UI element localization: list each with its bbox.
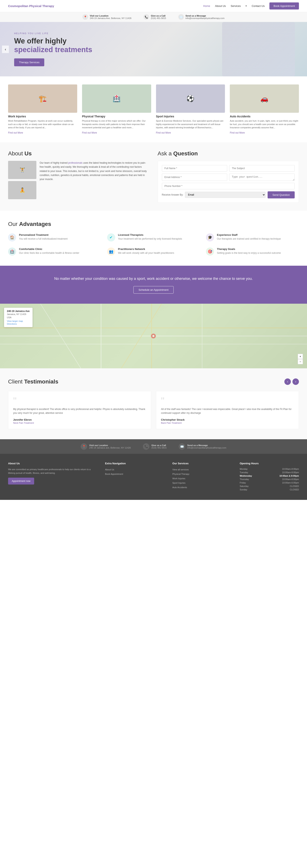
list-item: Physical Therapy [173, 472, 232, 475]
testimonial-1-treatment: Neck Pain Treatment [13, 422, 146, 424]
physical-therapy-link[interactable]: Find out More [82, 131, 97, 134]
therapy-services-button[interactable]: Therapy Services [14, 58, 44, 66]
work-injuries-image: 🏗️ [8, 85, 77, 113]
personalized-icon: 🏠 [8, 234, 16, 242]
email-input[interactable] [162, 174, 227, 181]
footer-location-icon: 📍 [81, 443, 87, 450]
nav-contact[interactable]: Contact Us [252, 4, 265, 7]
receive-answer-select[interactable]: Email Phone [185, 192, 266, 198]
nav-services[interactable]: Services [231, 4, 241, 7]
about-question-section: About Us 🏋️ 🧘 Our team of highly trained… [0, 142, 307, 211]
book-appointment-button[interactable]: Book Appointment [269, 2, 299, 9]
footer-services-list: View all services Physical Therapy Work … [173, 468, 232, 489]
contact-location-title: Visit our Location [90, 14, 131, 17]
question-textarea[interactable] [229, 174, 295, 181]
footer-main: About Us We are committed as primary hea… [0, 454, 307, 500]
hero-section: ‹ HELPING YOU LIVE LIFE We offer highly … [0, 22, 307, 76]
network-icon: 👥 [107, 248, 115, 256]
work-injuries-title: Work Injuries [8, 115, 77, 118]
email-icon: ✉️ [178, 14, 184, 20]
advantages-heading: Our Advantages [8, 221, 299, 227]
footer-hours-title: Opening Hours [240, 462, 299, 465]
auto-accidents-link[interactable]: Find out More [230, 131, 245, 134]
service-sport-injuries: ⚽ Sport Injuries Sport & Exercise Medici… [156, 85, 225, 134]
footer-email: ✉️ Send us a Message info@cosmopolitanph… [179, 443, 226, 450]
footer-physical-therapy-link[interactable]: Physical Therapy [173, 473, 189, 475]
nav-home[interactable]: Home [203, 4, 210, 7]
nav-about[interactable]: About Us [215, 4, 226, 7]
testimonial-2: " All of the staff was fantastic! The ca… [156, 391, 299, 429]
subject-input[interactable] [229, 165, 295, 172]
personalized-title: Personalized Treatment [19, 234, 67, 237]
advantages-grid: 🏠 Personalized Treatment You will receiv… [8, 234, 299, 256]
service-physical-therapy: 🏥 Physical Therapy Physical therapy is o… [82, 85, 151, 134]
phone-input[interactable] [162, 183, 295, 189]
footer-extra-nav-list: About Us Book Appointment [105, 468, 164, 475]
experience-title: Experience Staff [217, 234, 281, 237]
auto-accidents-desc: Auto accident, you are hurt. In pain, ti… [230, 119, 299, 129]
hero-label: HELPING YOU LIVE LIFE [14, 32, 293, 35]
footer-all-services-link[interactable]: View all services [173, 468, 189, 471]
advantage-goals: 🎯 Therapy Goals Setting goals is the bes… [206, 248, 299, 256]
brand-logo[interactable]: Cosmopolitan Physical Therapy [8, 4, 54, 8]
quote-mark-2: " [161, 396, 294, 406]
testimonial-2-quote: All of the staff was fantastic! The care… [161, 407, 294, 415]
location-icon: 📍 [83, 14, 88, 20]
map-directions-link[interactable]: Directions [7, 323, 30, 325]
map-zoom-controls: + − [298, 354, 303, 364]
about-us: About Us 🏋️ 🧘 Our team of highly trained… [8, 150, 150, 203]
physical-therapy-image: 🏥 [82, 85, 151, 113]
footer-about-col: About Us We are committed as primary hea… [8, 462, 97, 492]
footer-book-link[interactable]: Book Appointment [105, 473, 123, 475]
footer-location-detail: 240-19 Jamaica ave, Bellerose, NY 11426 [89, 446, 131, 449]
footer-about-title: About Us [8, 462, 97, 465]
about-content: 🏋️ 🧘 Our team of highly trained professi… [8, 161, 150, 199]
footer-about-link[interactable]: About Us [105, 468, 114, 471]
physical-therapy-desc: Physical therapy is one of the major ser… [82, 119, 151, 129]
contact-bar: 📍 Visit our Location 240-19 Jamaica Ave.… [0, 12, 307, 22]
top-nav: Cosmopolitan Physical Therapy Home About… [0, 0, 307, 12]
testimonial-1: " My physical therapist is excellent! Th… [8, 391, 151, 429]
hero-prev-arrow[interactable]: ‹ [2, 45, 9, 53]
sport-injuries-link[interactable]: Find out More [156, 131, 171, 134]
footer-services-title: Our Services [173, 462, 232, 465]
contact-email-title: Send us a Message [186, 14, 224, 17]
footer-phone-detail: (516) 491-5815 [151, 446, 166, 449]
footer-auto-accidents-link[interactable]: Auto Accidents [173, 486, 187, 489]
send-question-button[interactable]: Send Question [268, 191, 295, 198]
footer-email-icon: ✉️ [179, 443, 185, 450]
goals-title: Therapy Goals [217, 248, 281, 251]
sport-injuries-desc: Sport & Exercise Medicine Services. Our … [156, 119, 225, 129]
advantage-licensed: ✔ Licensed Therapists Your treatment wil… [107, 234, 200, 242]
banner-section: No matter whether your condition was cau… [0, 266, 307, 304]
sport-injuries-image: ⚽ [156, 85, 225, 113]
footer-phone-title: Give us a Call [151, 444, 166, 446]
schedule-appointment-button[interactable]: Schedule an Appointment [133, 286, 174, 293]
phone-icon: 📞 [144, 14, 149, 20]
footer-work-injuries-link[interactable]: Work Injuries [173, 477, 185, 480]
service-work-injuries: 🏗️ Work Injuries Work Rehabilitation Pro… [8, 85, 77, 134]
svg-point-10 [152, 335, 154, 337]
full-name-input[interactable] [162, 165, 227, 172]
map-larger-link[interactable]: View larger map [7, 320, 30, 322]
footer-sport-injuries-link[interactable]: Sport Injuries [173, 482, 186, 484]
personalized-desc: You will receive a full individualized t… [19, 237, 67, 241]
testimonials-section: Client Testimonials ‹ › " My physical th… [0, 368, 307, 439]
contact-phone: 📞 Give us a Call (516) 491-5815 [144, 14, 166, 20]
map-zoom-out[interactable]: − [298, 359, 303, 364]
testimonials-next-button[interactable]: › [293, 378, 299, 385]
contact-email: ✉️ Send us a Message info@cosmopolitanph… [178, 14, 224, 20]
testimonial-2-name: Christopher Strack [161, 418, 294, 421]
nav-services-chevron: ▾ [246, 5, 247, 7]
hours-thursday: Thursday 10:00am-8:00pm [240, 478, 299, 480]
work-injuries-desc: Work Rehabilitation Program. Injuries at… [8, 119, 77, 129]
hours-saturday: Saturday CLOSED [240, 485, 299, 487]
testimonials-prev-button[interactable]: ‹ [284, 378, 291, 385]
footer-appointment-button[interactable]: Appointment now [8, 478, 34, 485]
testimonials-header: Client Testimonials ‹ › [8, 378, 299, 385]
contact-location: 📍 Visit our Location 240-19 Jamaica Ave.… [83, 14, 131, 20]
about-professionals-link[interactable]: professionals [68, 161, 83, 164]
map-country: USA [7, 316, 30, 319]
work-injuries-link[interactable]: Find out More [8, 131, 23, 134]
map-zoom-in[interactable]: + [298, 354, 303, 359]
